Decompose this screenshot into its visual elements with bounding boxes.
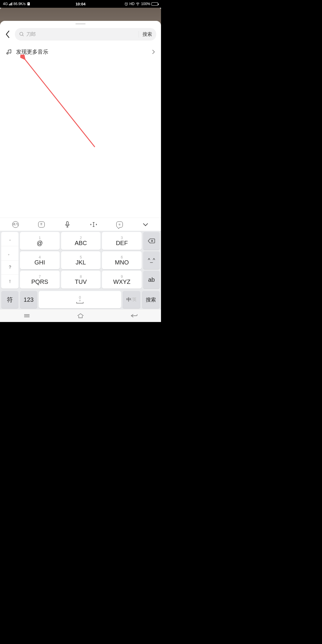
svg-rect-5 xyxy=(66,222,68,225)
collapse-keyboard-icon[interactable] xyxy=(140,219,151,230)
sheet-handle[interactable] xyxy=(75,23,86,24)
key-space[interactable]: 0 xyxy=(39,291,121,308)
status-bar: 4G 86.9K/s 10:04 HD 100% xyxy=(0,0,161,8)
net-speed: 86.9K/s xyxy=(13,2,26,6)
system-navbar xyxy=(0,309,161,322)
key-backspace[interactable] xyxy=(143,232,160,250)
nav-home[interactable] xyxy=(72,311,89,320)
discover-label: 发现更多音乐 xyxy=(16,48,148,55)
search-sheet: 刀郎 搜索 发现更多音乐 讯飞 ⠿ = xyxy=(0,21,161,322)
key-5-jkl[interactable]: 5JKL xyxy=(61,251,101,269)
key-8-tuv[interactable]: 8TUV xyxy=(61,271,101,289)
nav-recents[interactable] xyxy=(18,311,36,320)
battery-icon xyxy=(151,2,158,6)
battery-pct: 100% xyxy=(141,2,150,6)
key-3-def[interactable]: 3DEF xyxy=(102,232,142,250)
backspace-icon xyxy=(148,238,155,244)
key-period[interactable]: 。 xyxy=(1,246,18,261)
svg-point-6 xyxy=(79,300,80,301)
key-question[interactable]: ？ xyxy=(1,261,18,275)
annotation-arrow xyxy=(20,55,98,150)
svg-point-2 xyxy=(137,5,138,6)
ime-keyboard: 讯飞 ⠿ = ， 。 ？ ！ 1@ xyxy=(0,218,161,322)
svg-line-4 xyxy=(24,59,95,147)
key-9-wxyz[interactable]: 9WXYZ xyxy=(102,271,142,289)
nav-back[interactable] xyxy=(125,311,143,320)
key-1[interactable]: 1@ xyxy=(20,232,60,250)
ifly-icon[interactable]: 讯飞 xyxy=(10,219,21,230)
music-icon xyxy=(6,49,12,55)
cursor-icon[interactable] xyxy=(88,219,100,230)
mic-icon[interactable] xyxy=(61,219,73,230)
punctuation-column: ， 。 ？ ！ xyxy=(1,232,18,289)
chevron-right-icon xyxy=(152,49,155,54)
clock: 10:04 xyxy=(75,2,85,6)
key-ab[interactable]: ab xyxy=(143,271,160,289)
key-emoji[interactable]: ^_^ xyxy=(143,251,160,269)
search-input[interactable]: 刀郎 搜索 xyxy=(15,28,156,41)
keyboard-settings-icon[interactable]: ⠿ xyxy=(35,219,47,230)
key-comma[interactable]: ， xyxy=(1,232,18,246)
key-2-abc[interactable]: 2ABC xyxy=(61,232,101,250)
key-6-mno[interactable]: 6MNO xyxy=(102,251,142,269)
discover-more-music[interactable]: 发现更多音乐 xyxy=(0,44,161,60)
keyboard-toolbar: 讯飞 ⠿ = xyxy=(0,218,161,231)
hd-label: HD xyxy=(129,2,134,6)
key-language[interactable]: 中/英 xyxy=(123,291,140,308)
download-icon xyxy=(27,2,30,6)
key-search[interactable]: 搜索 xyxy=(142,291,160,308)
search-placeholder: 刀郎 xyxy=(26,31,36,38)
alarm-icon xyxy=(124,2,128,6)
key-7-pqrs[interactable]: 7PQRS xyxy=(20,271,60,289)
key-123[interactable]: 123 xyxy=(20,291,37,308)
key-symbols[interactable]: 符 xyxy=(1,291,18,308)
search-icon xyxy=(19,32,24,37)
key-exclaim[interactable]: ！ xyxy=(1,275,18,289)
space-icon xyxy=(75,300,84,304)
wifi-icon xyxy=(136,2,140,6)
search-button[interactable]: 搜索 xyxy=(139,31,153,38)
clipboard-icon[interactable]: = xyxy=(114,219,126,230)
back-button[interactable] xyxy=(4,28,12,40)
signal-icon xyxy=(9,2,12,5)
svg-point-3 xyxy=(20,32,23,35)
network-type: 4G xyxy=(3,2,8,6)
key-4-ghi[interactable]: 4GHI xyxy=(20,251,60,269)
